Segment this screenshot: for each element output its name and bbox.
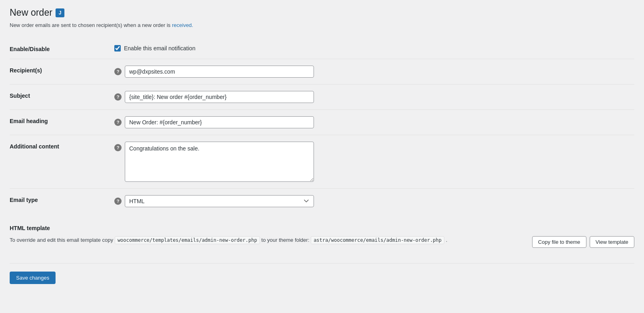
email-type-row: Email type ? HTML Plain text Multipart <box>10 188 634 214</box>
save-changes-button[interactable]: Save changes <box>10 272 56 284</box>
enable-checkbox-row: Enable this email notification <box>114 44 195 51</box>
copy-file-to-theme-button[interactable]: Copy file to theme <box>532 236 586 248</box>
enable-disable-row: Enable/Disable Enable this email notific… <box>10 38 634 59</box>
subject-label: Subject <box>10 93 30 99</box>
email-heading-input[interactable] <box>125 116 314 128</box>
additional-content-row: Additional content ? Congratulations on … <box>10 135 634 188</box>
email-type-select[interactable]: HTML Plain text Multipart <box>125 195 314 207</box>
theme-path: astra/woocommerce/emails/admin-new-order… <box>311 236 444 244</box>
enable-checkbox-label: Enable this email notification <box>124 45 195 51</box>
additional-content-help-icon[interactable]: ? <box>114 144 122 151</box>
page-title: New order <box>10 7 52 18</box>
email-heading-row: Email heading ? <box>10 109 634 135</box>
page-description: New order emails are sent to chosen reci… <box>10 22 634 28</box>
recipients-help-icon[interactable]: ? <box>114 68 122 75</box>
enable-disable-label: Enable/Disable <box>10 46 50 52</box>
source-path: woocommerce/templates/emails/admin-new-o… <box>115 236 260 244</box>
additional-content-textarea[interactable]: Congratulations on the sale. <box>125 142 314 182</box>
email-type-help-icon[interactable]: ? <box>114 198 122 205</box>
additional-content-label: Additional content <box>10 143 59 150</box>
recipients-input[interactable] <box>125 66 314 78</box>
subject-input[interactable] <box>125 91 314 103</box>
template-buttons: Copy file to theme View template <box>532 236 634 248</box>
email-heading-help-icon[interactable]: ? <box>114 119 122 126</box>
description-link[interactable]: received. <box>172 22 193 28</box>
title-icon: J <box>56 8 64 17</box>
template-info-row: To override and edit this email template… <box>10 236 634 251</box>
email-type-label: Email type <box>10 197 38 203</box>
html-template-heading: HTML template <box>10 225 634 231</box>
subject-row: Subject ? <box>10 84 634 109</box>
recipients-row: Recipient(s) ? <box>10 59 634 84</box>
enable-checkbox[interactable] <box>114 45 121 51</box>
recipients-label: Recipient(s) <box>10 67 42 74</box>
view-template-button[interactable]: View template <box>590 236 634 248</box>
subject-help-icon[interactable]: ? <box>114 93 122 101</box>
save-row: Save changes <box>10 263 634 284</box>
email-heading-label: Email heading <box>10 118 48 124</box>
html-template-section: HTML template To override and edit this … <box>10 225 634 251</box>
template-description-col: To override and edit this email template… <box>10 236 526 251</box>
email-settings-form: Enable/Disable Enable this email notific… <box>10 38 634 214</box>
template-description: To override and edit this email template… <box>10 236 497 245</box>
